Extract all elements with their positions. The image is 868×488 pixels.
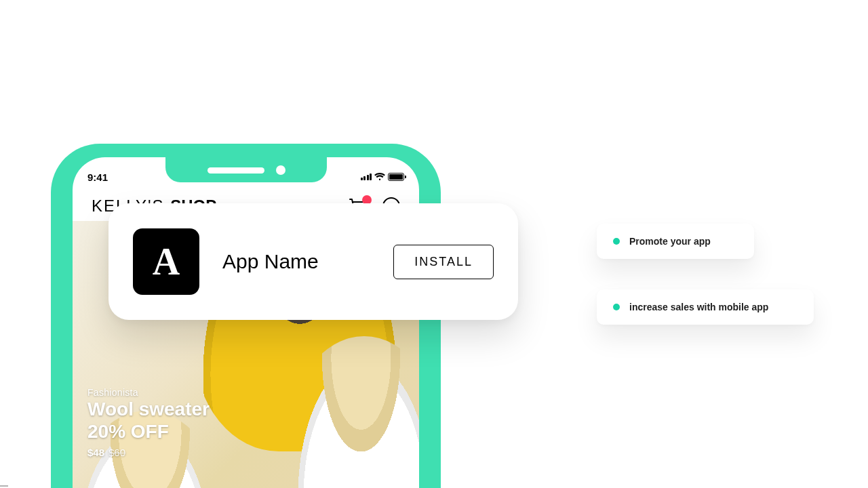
install-button[interactable]: INSTALL: [393, 245, 494, 279]
feature-tag-promote: Promote your app: [597, 224, 754, 259]
camera-dot: [276, 165, 285, 175]
phone-notch: [165, 157, 327, 182]
clock-text: 9:41: [87, 171, 108, 183]
app-name-text: App Name: [222, 250, 370, 273]
hero-category: Fashionista: [87, 387, 210, 398]
hero-price: $48$60: [87, 447, 210, 458]
hero-line-2: 20% OFF: [87, 420, 210, 443]
speaker-slot: [208, 167, 264, 174]
battery-icon: [388, 173, 404, 181]
bullet-dot-icon: [613, 304, 620, 310]
hero-text: Fashionista Wool sweater 20% OFF $48$60: [87, 387, 210, 458]
install-app-card: A App Name INSTALL: [108, 203, 518, 320]
feature-tag-text: Promote your app: [629, 236, 711, 247]
feature-tag-text: increase sales with mobile app: [629, 302, 768, 312]
edge-mark: [0, 485, 8, 487]
bullet-dot-icon: [613, 238, 620, 245]
cellular-signal-icon: [361, 174, 372, 180]
feature-tag-sales: increase sales with mobile app: [597, 289, 814, 325]
app-icon: A: [133, 228, 199, 295]
wifi-icon: [374, 173, 385, 181]
hero-line-1: Wool sweater: [87, 398, 210, 420]
